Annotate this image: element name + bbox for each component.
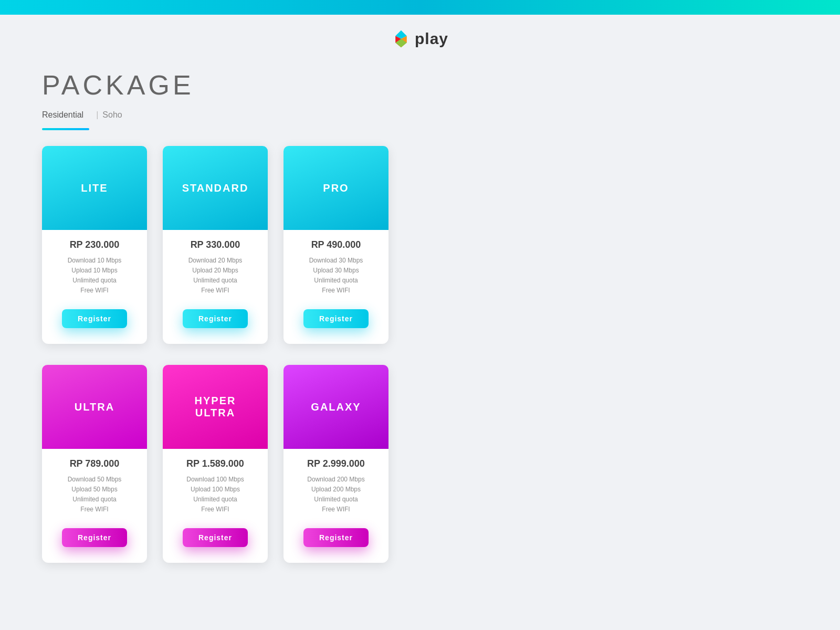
play-logo-icon [392, 29, 411, 48]
card-galaxy-price: RP 2.999.000 [292, 458, 380, 469]
card-galaxy-name: GALAXY [311, 401, 361, 413]
card-standard-register-button[interactable]: Register [183, 309, 248, 328]
card-pro-name: PRO [323, 182, 349, 194]
card-ultra-feature-3: Free WIFI [50, 506, 139, 513]
card-pro-feature-1: Upload 30 Mbps [292, 267, 380, 274]
card-standard-header: STANDARD [163, 146, 268, 230]
card-standard-btn-wrap: Register [163, 309, 268, 328]
card-galaxy: GALAXY RP 2.999.000 Download 200 Mbps Up… [284, 365, 388, 563]
card-lite-body: RP 230.000 Download 10 Mbps Upload 10 Mb… [42, 230, 147, 302]
card-hyper-ultra-feature-0: Download 100 Mbps [171, 476, 259, 483]
card-standard-feature-0: Download 20 Mbps [171, 257, 259, 264]
card-ultra-body: RP 789.000 Download 50 Mbps Upload 50 Mb… [42, 449, 147, 521]
card-lite-feature-3: Free WIFI [50, 287, 139, 294]
card-lite-btn-wrap: Register [42, 309, 147, 328]
main-content: PACKAGE Residential | Soho LITE RP 230.0… [0, 59, 840, 615]
tab-soho[interactable]: Soho [102, 110, 130, 124]
card-lite-feature-0: Download 10 Mbps [50, 257, 139, 264]
card-galaxy-feature-0: Download 200 Mbps [292, 476, 380, 483]
card-galaxy-feature-2: Unlimited quota [292, 496, 380, 503]
card-galaxy-btn-wrap: Register [284, 528, 388, 547]
card-galaxy-body: RP 2.999.000 Download 200 Mbps Upload 20… [284, 449, 388, 521]
page-title: PACKAGE [42, 69, 798, 101]
card-lite-price: RP 230.000 [50, 239, 139, 250]
card-ultra-header: ULTRA [42, 365, 147, 449]
logo-text: play [415, 30, 448, 48]
card-hyper-ultra-header: HYPER ULTRA [163, 365, 268, 449]
card-galaxy-register-button[interactable]: Register [303, 528, 369, 547]
card-hyper-ultra-btn-wrap: Register [163, 528, 268, 547]
card-galaxy-feature-3: Free WIFI [292, 506, 380, 513]
card-ultra: ULTRA RP 789.000 Download 50 Mbps Upload… [42, 365, 147, 563]
card-lite-name: LITE [81, 182, 108, 194]
card-pro-price: RP 490.000 [292, 239, 380, 250]
card-hyper-ultra: HYPER ULTRA RP 1.589.000 Download 100 Mb… [163, 365, 268, 563]
card-standard-feature-2: Unlimited quota [171, 277, 259, 284]
card-hyper-ultra-register-button[interactable]: Register [183, 528, 248, 547]
card-pro-feature-0: Download 30 Mbps [292, 257, 380, 264]
card-standard-body: RP 330.000 Download 20 Mbps Upload 20 Mb… [163, 230, 268, 302]
card-standard-feature-3: Free WIFI [171, 287, 259, 294]
card-standard-feature-1: Upload 20 Mbps [171, 267, 259, 274]
tab-underline [42, 128, 89, 130]
card-pro-body: RP 490.000 Download 30 Mbps Upload 30 Mb… [284, 230, 388, 302]
card-standard-price: RP 330.000 [171, 239, 259, 250]
card-ultra-register-button[interactable]: Register [62, 528, 127, 547]
card-standard-name: STANDARD [182, 182, 249, 194]
tab-divider: | [96, 110, 98, 124]
top-bar [0, 0, 840, 15]
card-ultra-feature-2: Unlimited quota [50, 496, 139, 503]
card-pro-register-button[interactable]: Register [303, 309, 369, 328]
cards-row-1: LITE RP 230.000 Download 10 Mbps Upload … [42, 146, 798, 344]
card-ultra-name: ULTRA [75, 401, 114, 413]
card-ultra-feature-1: Upload 50 Mbps [50, 486, 139, 493]
card-galaxy-feature-1: Upload 200 Mbps [292, 486, 380, 493]
tab-row: Residential | Soho [42, 110, 798, 124]
card-hyper-ultra-name: HYPER ULTRA [173, 395, 257, 419]
card-lite-feature-1: Upload 10 Mbps [50, 267, 139, 274]
card-hyper-ultra-price: RP 1.589.000 [171, 458, 259, 469]
card-hyper-ultra-feature-2: Unlimited quota [171, 496, 259, 503]
card-ultra-feature-0: Download 50 Mbps [50, 476, 139, 483]
card-pro-header: PRO [284, 146, 388, 230]
card-lite-register-button[interactable]: Register [62, 309, 127, 328]
card-hyper-ultra-feature-1: Upload 100 Mbps [171, 486, 259, 493]
card-standard: STANDARD RP 330.000 Download 20 Mbps Upl… [163, 146, 268, 344]
card-pro-feature-2: Unlimited quota [292, 277, 380, 284]
card-pro-btn-wrap: Register [284, 309, 388, 328]
tab-residential[interactable]: Residential [42, 110, 92, 124]
card-lite-header: LITE [42, 146, 147, 230]
logo-area: play [0, 15, 840, 59]
card-pro-feature-3: Free WIFI [292, 287, 380, 294]
card-galaxy-header: GALAXY [284, 365, 388, 449]
card-lite: LITE RP 230.000 Download 10 Mbps Upload … [42, 146, 147, 344]
cards-row-2: ULTRA RP 789.000 Download 50 Mbps Upload… [42, 365, 798, 563]
card-ultra-price: RP 789.000 [50, 458, 139, 469]
card-ultra-btn-wrap: Register [42, 528, 147, 547]
card-hyper-ultra-feature-3: Free WIFI [171, 506, 259, 513]
card-hyper-ultra-body: RP 1.589.000 Download 100 Mbps Upload 10… [163, 449, 268, 521]
card-lite-feature-2: Unlimited quota [50, 277, 139, 284]
card-pro: PRO RP 490.000 Download 30 Mbps Upload 3… [284, 146, 388, 344]
